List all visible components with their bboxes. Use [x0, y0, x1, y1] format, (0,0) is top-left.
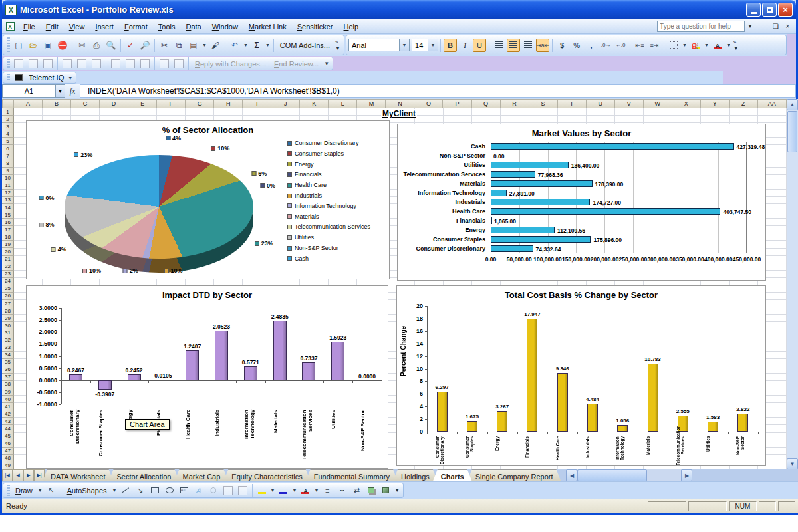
row-header-26[interactable]: 26: [2, 293, 14, 300]
italic-button[interactable]: I: [458, 39, 471, 52]
formula-input[interactable]: =INDEX('DATA Worksheet'!$CA$1:$CA$1000,'…: [80, 84, 796, 98]
row-header-35[interactable]: 35: [2, 359, 14, 366]
print-preview-icon[interactable]: 🔍: [104, 39, 118, 52]
toolbar-options-icon[interactable]: ▼: [393, 484, 401, 497]
currency-button[interactable]: $: [555, 39, 569, 52]
reviewing-icon[interactable]: [138, 57, 152, 70]
row-header-28[interactable]: 28: [2, 307, 14, 315]
print-icon[interactable]: ⎙: [90, 39, 103, 52]
menu-market-link[interactable]: Market Link: [243, 21, 292, 33]
tab-fundamental-summary[interactable]: Fundamental Summary: [306, 469, 398, 481]
row-header-30[interactable]: 30: [2, 322, 14, 329]
row-header-38[interactable]: 38: [2, 381, 14, 388]
column-header-K[interactable]: K: [300, 99, 329, 108]
underline-button[interactable]: U: [473, 39, 486, 52]
autoshapes-dropdown-icon[interactable]: ▼: [111, 488, 118, 493]
3d-style-icon[interactable]: [379, 484, 392, 497]
row-header-7[interactable]: 7: [2, 152, 14, 160]
scroll-left-icon[interactable]: ◀: [566, 469, 577, 481]
row-header-14[interactable]: 14: [2, 204, 14, 211]
telemet-button[interactable]: Telemet IQ: [26, 74, 66, 82]
font-color-dropdown-icon[interactable]: ▼: [313, 488, 320, 493]
toolbar-grip[interactable]: [7, 74, 10, 82]
row-header-45[interactable]: 45: [2, 432, 14, 440]
row-header-20[interactable]: 20: [2, 248, 14, 255]
toolbar-grip[interactable]: [7, 59, 10, 68]
column-header-N[interactable]: N: [386, 99, 414, 108]
row-header-41[interactable]: 41: [2, 403, 14, 410]
reviewing-icon[interactable]: [172, 57, 186, 70]
column-chart-cost-basis[interactable]: Total Cost Basis % Change by Sector Perc…: [396, 285, 766, 466]
wordart-icon[interactable]: A: [192, 484, 205, 497]
open-icon[interactable]: 🗁: [27, 39, 40, 52]
column-header-A[interactable]: A: [14, 99, 43, 108]
row-header-40[interactable]: 40: [2, 396, 14, 403]
picture-icon[interactable]: [236, 484, 249, 497]
column-header-I[interactable]: I: [243, 99, 271, 108]
toolbar-grip[interactable]: [7, 37, 10, 53]
spelling-icon[interactable]: ✓: [124, 39, 137, 52]
row-header-13[interactable]: 13: [2, 197, 14, 204]
column-header-S[interactable]: S: [529, 99, 558, 108]
sheet-grid[interactable]: MyClient % of Sector Allocation 4%10%6%0…: [14, 108, 787, 469]
toolbar-options-icon[interactable]: »▼: [334, 36, 342, 53]
toolbar-grip[interactable]: [7, 485, 10, 496]
fill-color-icon[interactable]: [255, 484, 269, 497]
tab-single-company-report[interactable]: Single Company Report: [467, 469, 561, 481]
doc-close-button[interactable]: ×: [782, 21, 793, 31]
menu-insert[interactable]: Insert: [90, 21, 119, 33]
new-icon[interactable]: ▢: [12, 39, 25, 52]
help-question-input[interactable]: [657, 21, 745, 32]
row-header-46[interactable]: 46: [2, 440, 14, 448]
shadow-style-icon[interactable]: [364, 484, 378, 497]
align-left-button[interactable]: [492, 39, 505, 52]
cut-icon[interactable]: ✂: [158, 39, 171, 52]
column-header-H[interactable]: H: [214, 99, 243, 108]
tab-next-icon[interactable]: ▶: [23, 469, 34, 481]
tab-first-icon[interactable]: |◀: [2, 469, 13, 481]
increase-indent-button[interactable]: ≡⇥: [648, 39, 661, 52]
reviewing-icon[interactable]: [12, 57, 25, 70]
column-header-R[interactable]: R: [501, 99, 529, 108]
text-box-icon[interactable]: A≡: [178, 484, 191, 497]
column-header-Q[interactable]: Q: [472, 99, 501, 108]
font-name-select[interactable]: Arial▼: [348, 39, 410, 51]
name-box-dropdown-icon[interactable]: ▼: [55, 85, 65, 97]
column-header-B[interactable]: B: [43, 99, 71, 108]
menu-window[interactable]: Window: [207, 21, 243, 33]
reviewing-icon[interactable]: [124, 57, 137, 70]
menu-help[interactable]: Help: [338, 21, 364, 33]
row-header-5[interactable]: 5: [2, 138, 14, 145]
row-header-15[interactable]: 15: [2, 211, 14, 219]
row-header-16[interactable]: 16: [2, 219, 14, 226]
align-center-button[interactable]: [507, 39, 520, 52]
row-header-19[interactable]: 19: [2, 241, 14, 248]
arrow-icon[interactable]: ↘: [134, 484, 147, 497]
column-header-O[interactable]: O: [414, 99, 443, 108]
reviewing-icon[interactable]: [41, 57, 55, 70]
column-chart-impact-dtd[interactable]: Impact DTD by Sector 3.00002.50002.00001…: [26, 285, 388, 469]
vertical-scrollbar[interactable]: ▲ ▼: [787, 99, 798, 469]
autosum-dropdown-icon[interactable]: ▼: [264, 43, 271, 47]
column-header-D[interactable]: D: [100, 99, 128, 108]
draw-menu-button[interactable]: Draw: [11, 487, 37, 495]
column-header-G[interactable]: G: [186, 99, 214, 108]
row-header-22[interactable]: 22: [2, 263, 14, 271]
fill-color-dropdown-icon[interactable]: ▼: [703, 43, 710, 47]
row-header-36[interactable]: 36: [2, 366, 14, 374]
tab-data-worksheet[interactable]: DATA Worksheet: [43, 469, 114, 481]
toolbar-options-icon[interactable]: »▼: [732, 36, 740, 53]
menu-edit[interactable]: Edit: [41, 21, 64, 33]
save-icon[interactable]: ▣: [41, 39, 55, 52]
tab-charts[interactable]: Charts: [433, 469, 472, 481]
decrease-decimal-button[interactable]: ←.0: [614, 39, 627, 52]
row-header-44[interactable]: 44: [2, 425, 14, 432]
column-header-AA[interactable]: AA: [758, 99, 787, 108]
font-color-button[interactable]: A: [711, 39, 724, 52]
merge-center-button[interactable]: ⇥a⇤: [536, 39, 549, 52]
tab-prev-icon[interactable]: ◀: [13, 469, 23, 481]
comma-button[interactable]: ,: [585, 39, 598, 52]
font-color-dropdown-icon[interactable]: ▼: [725, 43, 732, 47]
paste-icon[interactable]: ▤: [187, 39, 200, 52]
menu-format[interactable]: Format: [119, 21, 153, 33]
